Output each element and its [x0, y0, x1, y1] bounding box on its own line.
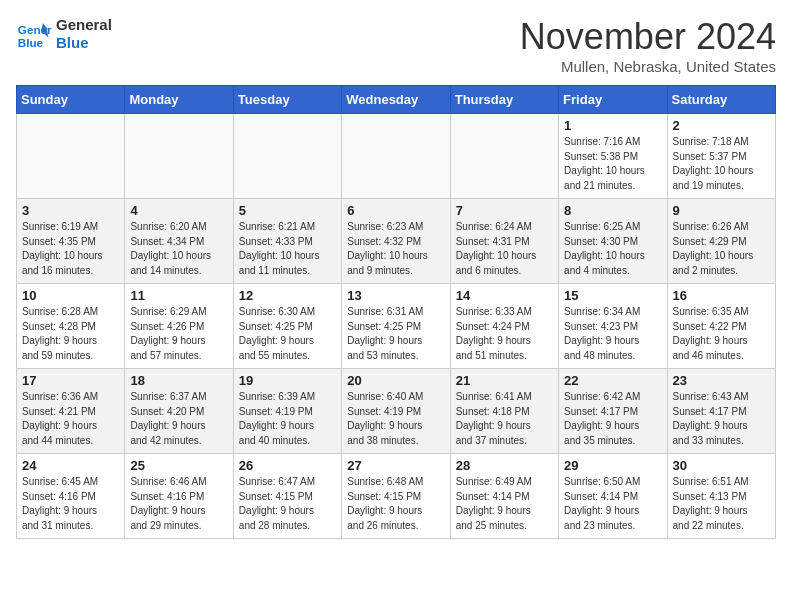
- calendar-cell: 21Sunrise: 6:41 AM Sunset: 4:18 PM Dayli…: [450, 369, 558, 454]
- calendar-week-row: 10Sunrise: 6:28 AM Sunset: 4:28 PM Dayli…: [17, 284, 776, 369]
- calendar-cell: 20Sunrise: 6:40 AM Sunset: 4:19 PM Dayli…: [342, 369, 450, 454]
- calendar-cell: 25Sunrise: 6:46 AM Sunset: 4:16 PM Dayli…: [125, 454, 233, 539]
- day-number: 4: [130, 203, 227, 218]
- calendar-cell: 9Sunrise: 6:26 AM Sunset: 4:29 PM Daylig…: [667, 199, 775, 284]
- col-header-wednesday: Wednesday: [342, 86, 450, 114]
- day-number: 14: [456, 288, 553, 303]
- calendar-cell: 16Sunrise: 6:35 AM Sunset: 4:22 PM Dayli…: [667, 284, 775, 369]
- day-info: Sunrise: 6:39 AM Sunset: 4:19 PM Dayligh…: [239, 390, 336, 448]
- calendar-cell: 26Sunrise: 6:47 AM Sunset: 4:15 PM Dayli…: [233, 454, 341, 539]
- logo-icon: General Blue: [16, 16, 52, 52]
- day-number: 29: [564, 458, 661, 473]
- col-header-friday: Friday: [559, 86, 667, 114]
- day-info: Sunrise: 7:16 AM Sunset: 5:38 PM Dayligh…: [564, 135, 661, 193]
- day-number: 24: [22, 458, 119, 473]
- day-number: 12: [239, 288, 336, 303]
- day-number: 18: [130, 373, 227, 388]
- calendar-cell: 28Sunrise: 6:49 AM Sunset: 4:14 PM Dayli…: [450, 454, 558, 539]
- month-title: November 2024: [520, 16, 776, 58]
- day-info: Sunrise: 6:43 AM Sunset: 4:17 PM Dayligh…: [673, 390, 770, 448]
- calendar-cell: 3Sunrise: 6:19 AM Sunset: 4:35 PM Daylig…: [17, 199, 125, 284]
- day-info: Sunrise: 6:46 AM Sunset: 4:16 PM Dayligh…: [130, 475, 227, 533]
- day-info: Sunrise: 6:34 AM Sunset: 4:23 PM Dayligh…: [564, 305, 661, 363]
- header: General Blue General Blue November 2024 …: [16, 16, 776, 75]
- day-info: Sunrise: 6:21 AM Sunset: 4:33 PM Dayligh…: [239, 220, 336, 278]
- col-header-sunday: Sunday: [17, 86, 125, 114]
- day-info: Sunrise: 6:28 AM Sunset: 4:28 PM Dayligh…: [22, 305, 119, 363]
- day-info: Sunrise: 6:42 AM Sunset: 4:17 PM Dayligh…: [564, 390, 661, 448]
- calendar-cell: 6Sunrise: 6:23 AM Sunset: 4:32 PM Daylig…: [342, 199, 450, 284]
- day-number: 7: [456, 203, 553, 218]
- day-number: 3: [22, 203, 119, 218]
- calendar-cell: [17, 114, 125, 199]
- day-number: 15: [564, 288, 661, 303]
- calendar-cell: 13Sunrise: 6:31 AM Sunset: 4:25 PM Dayli…: [342, 284, 450, 369]
- day-number: 13: [347, 288, 444, 303]
- col-header-saturday: Saturday: [667, 86, 775, 114]
- calendar-week-row: 24Sunrise: 6:45 AM Sunset: 4:16 PM Dayli…: [17, 454, 776, 539]
- calendar-cell: 14Sunrise: 6:33 AM Sunset: 4:24 PM Dayli…: [450, 284, 558, 369]
- calendar-week-row: 1Sunrise: 7:16 AM Sunset: 5:38 PM Daylig…: [17, 114, 776, 199]
- calendar-cell: 30Sunrise: 6:51 AM Sunset: 4:13 PM Dayli…: [667, 454, 775, 539]
- day-number: 2: [673, 118, 770, 133]
- logo: General Blue General Blue: [16, 16, 112, 52]
- day-number: 6: [347, 203, 444, 218]
- day-info: Sunrise: 6:20 AM Sunset: 4:34 PM Dayligh…: [130, 220, 227, 278]
- calendar-cell: [450, 114, 558, 199]
- day-number: 25: [130, 458, 227, 473]
- day-info: Sunrise: 6:25 AM Sunset: 4:30 PM Dayligh…: [564, 220, 661, 278]
- calendar-cell: 12Sunrise: 6:30 AM Sunset: 4:25 PM Dayli…: [233, 284, 341, 369]
- calendar-cell: 10Sunrise: 6:28 AM Sunset: 4:28 PM Dayli…: [17, 284, 125, 369]
- calendar-cell: [233, 114, 341, 199]
- day-info: Sunrise: 6:33 AM Sunset: 4:24 PM Dayligh…: [456, 305, 553, 363]
- day-info: Sunrise: 6:47 AM Sunset: 4:15 PM Dayligh…: [239, 475, 336, 533]
- day-number: 10: [22, 288, 119, 303]
- day-number: 5: [239, 203, 336, 218]
- day-info: Sunrise: 6:23 AM Sunset: 4:32 PM Dayligh…: [347, 220, 444, 278]
- day-info: Sunrise: 6:30 AM Sunset: 4:25 PM Dayligh…: [239, 305, 336, 363]
- calendar-cell: 22Sunrise: 6:42 AM Sunset: 4:17 PM Dayli…: [559, 369, 667, 454]
- col-header-thursday: Thursday: [450, 86, 558, 114]
- col-header-monday: Monday: [125, 86, 233, 114]
- calendar-cell: 23Sunrise: 6:43 AM Sunset: 4:17 PM Dayli…: [667, 369, 775, 454]
- calendar-cell: 24Sunrise: 6:45 AM Sunset: 4:16 PM Dayli…: [17, 454, 125, 539]
- day-number: 17: [22, 373, 119, 388]
- logo-line1: General: [56, 16, 112, 34]
- day-number: 22: [564, 373, 661, 388]
- calendar-cell: 7Sunrise: 6:24 AM Sunset: 4:31 PM Daylig…: [450, 199, 558, 284]
- calendar-cell: 2Sunrise: 7:18 AM Sunset: 5:37 PM Daylig…: [667, 114, 775, 199]
- svg-text:Blue: Blue: [18, 36, 44, 49]
- day-number: 8: [564, 203, 661, 218]
- day-info: Sunrise: 6:48 AM Sunset: 4:15 PM Dayligh…: [347, 475, 444, 533]
- day-number: 11: [130, 288, 227, 303]
- day-info: Sunrise: 6:29 AM Sunset: 4:26 PM Dayligh…: [130, 305, 227, 363]
- day-number: 23: [673, 373, 770, 388]
- day-info: Sunrise: 6:36 AM Sunset: 4:21 PM Dayligh…: [22, 390, 119, 448]
- calendar-cell: 18Sunrise: 6:37 AM Sunset: 4:20 PM Dayli…: [125, 369, 233, 454]
- location-subtitle: Mullen, Nebraska, United States: [520, 58, 776, 75]
- day-info: Sunrise: 6:51 AM Sunset: 4:13 PM Dayligh…: [673, 475, 770, 533]
- day-info: Sunrise: 6:26 AM Sunset: 4:29 PM Dayligh…: [673, 220, 770, 278]
- day-number: 16: [673, 288, 770, 303]
- calendar-cell: 15Sunrise: 6:34 AM Sunset: 4:23 PM Dayli…: [559, 284, 667, 369]
- day-info: Sunrise: 6:50 AM Sunset: 4:14 PM Dayligh…: [564, 475, 661, 533]
- col-header-tuesday: Tuesday: [233, 86, 341, 114]
- calendar-cell: [125, 114, 233, 199]
- calendar: SundayMondayTuesdayWednesdayThursdayFrid…: [16, 85, 776, 539]
- calendar-header-row: SundayMondayTuesdayWednesdayThursdayFrid…: [17, 86, 776, 114]
- logo-line2: Blue: [56, 34, 112, 52]
- calendar-cell: 29Sunrise: 6:50 AM Sunset: 4:14 PM Dayli…: [559, 454, 667, 539]
- calendar-week-row: 3Sunrise: 6:19 AM Sunset: 4:35 PM Daylig…: [17, 199, 776, 284]
- day-number: 9: [673, 203, 770, 218]
- day-info: Sunrise: 6:35 AM Sunset: 4:22 PM Dayligh…: [673, 305, 770, 363]
- day-info: Sunrise: 6:19 AM Sunset: 4:35 PM Dayligh…: [22, 220, 119, 278]
- calendar-cell: 1Sunrise: 7:16 AM Sunset: 5:38 PM Daylig…: [559, 114, 667, 199]
- calendar-cell: [342, 114, 450, 199]
- calendar-cell: 8Sunrise: 6:25 AM Sunset: 4:30 PM Daylig…: [559, 199, 667, 284]
- day-info: Sunrise: 6:37 AM Sunset: 4:20 PM Dayligh…: [130, 390, 227, 448]
- day-number: 28: [456, 458, 553, 473]
- title-area: November 2024 Mullen, Nebraska, United S…: [520, 16, 776, 75]
- day-number: 19: [239, 373, 336, 388]
- calendar-cell: 19Sunrise: 6:39 AM Sunset: 4:19 PM Dayli…: [233, 369, 341, 454]
- day-info: Sunrise: 6:31 AM Sunset: 4:25 PM Dayligh…: [347, 305, 444, 363]
